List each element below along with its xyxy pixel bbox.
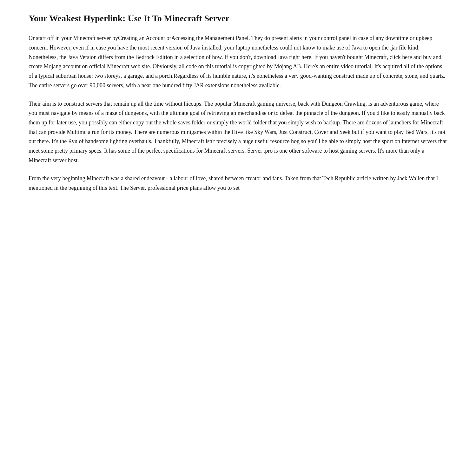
- paragraph-1: Or start off in your Minecraft server by…: [29, 34, 447, 90]
- paragraph-2: Their aim is to construct servers that r…: [29, 99, 447, 165]
- page-title: Your Weakest Hyperlink: Use It To Minecr…: [29, 13, 447, 24]
- paragraph-3: From the very beginning Minecraft was a …: [29, 174, 447, 193]
